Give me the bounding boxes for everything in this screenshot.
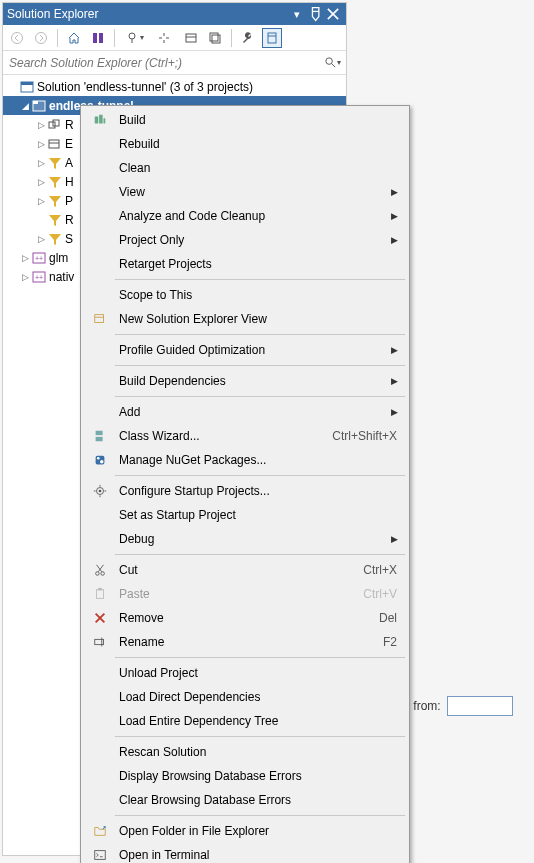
menu-cfg-startup[interactable]: Configure Startup Projects...	[83, 479, 407, 503]
cut-icon	[87, 563, 113, 577]
svg-point-4	[36, 32, 47, 43]
svg-point-7	[129, 33, 135, 39]
menu-add[interactable]: Add▶	[83, 400, 407, 424]
svg-rect-30	[104, 118, 106, 123]
project-context-menu: Build Rebuild Clean View▶ Analyze and Co…	[80, 105, 410, 863]
svg-rect-21	[53, 120, 59, 126]
svg-rect-20	[49, 122, 55, 128]
svg-rect-35	[96, 456, 105, 465]
menu-view[interactable]: View▶	[83, 180, 407, 204]
menu-new-solexp[interactable]: New Solution Explorer View	[83, 307, 407, 331]
svg-rect-34	[96, 437, 103, 441]
svg-point-37	[100, 460, 104, 464]
menu-unload[interactable]: Unload Project	[83, 661, 407, 685]
nuget-icon	[87, 453, 113, 467]
svg-text:++: ++	[35, 255, 43, 262]
menu-load-tree[interactable]: Load Entire Dependency Tree	[83, 709, 407, 733]
menu-disp-browse[interactable]: Display Browsing Database Errors	[83, 764, 407, 788]
menu-open-terminal[interactable]: Open in Terminal	[83, 843, 407, 863]
filter-icon	[47, 155, 63, 171]
gear-icon	[87, 484, 113, 498]
rename-icon	[87, 635, 113, 649]
filter-icon	[47, 174, 63, 190]
search-bar[interactable]: ▾	[3, 51, 346, 75]
svg-rect-48	[97, 590, 104, 599]
autohide-button[interactable]	[306, 5, 324, 23]
menu-open-folder[interactable]: Open Folder in File Explorer	[83, 819, 407, 843]
forward-button[interactable]	[31, 28, 51, 48]
menu-cut[interactable]: CutCtrl+X	[83, 558, 407, 582]
submenu-arrow-icon: ▶	[387, 211, 401, 221]
menu-remove[interactable]: RemoveDel	[83, 606, 407, 630]
preview-button[interactable]	[262, 28, 282, 48]
new-view-icon	[87, 312, 113, 326]
switch-views-button[interactable]	[88, 28, 108, 48]
svg-rect-17	[21, 82, 33, 85]
submenu-arrow-icon: ▶	[387, 534, 401, 544]
panel-title: Solution Explorer	[7, 7, 288, 21]
svg-rect-49	[98, 588, 102, 591]
menu-nuget[interactable]: Manage NuGet Packages...	[83, 448, 407, 472]
submenu-arrow-icon: ▶	[387, 187, 401, 197]
menu-pgo[interactable]: Profile Guided Optimization▶	[83, 338, 407, 362]
solution-node[interactable]: Solution 'endless-tunnel' (3 of 3 projec…	[3, 77, 346, 96]
menu-build[interactable]: Build	[83, 108, 407, 132]
cpp-project-icon: ++	[31, 269, 47, 285]
menu-clear-browse[interactable]: Clear Browsing Database Errors	[83, 788, 407, 812]
collapse-all-button[interactable]	[205, 28, 225, 48]
menu-retarget[interactable]: Retarget Projects	[83, 252, 407, 276]
window-position-button[interactable]: ▾	[288, 8, 306, 21]
project-icon	[31, 98, 47, 114]
submenu-arrow-icon: ▶	[387, 345, 401, 355]
menu-class-wizard[interactable]: Class Wizard...Ctrl+Shift+X	[83, 424, 407, 448]
background-input[interactable]	[447, 696, 513, 716]
search-input[interactable]	[7, 55, 322, 71]
submenu-arrow-icon: ▶	[387, 376, 401, 386]
menu-clean[interactable]: Clean	[83, 156, 407, 180]
svg-rect-10	[210, 33, 218, 41]
menu-project-only[interactable]: Project Only▶	[83, 228, 407, 252]
search-icon[interactable]: ▾	[322, 56, 342, 69]
menu-rebuild[interactable]: Rebuild	[83, 132, 407, 156]
filter-icon	[47, 231, 63, 247]
solution-label: Solution 'endless-tunnel' (3 of 3 projec…	[37, 80, 253, 94]
svg-point-45	[101, 572, 105, 576]
svg-rect-5	[93, 33, 97, 43]
pending-changes-filter[interactable]: ▾	[121, 28, 147, 48]
external-deps-icon	[47, 136, 63, 152]
svg-point-14	[325, 58, 332, 64]
build-icon	[87, 113, 113, 127]
home-button[interactable]	[64, 28, 84, 48]
svg-rect-19	[33, 101, 38, 104]
menu-rescan[interactable]: Rescan Solution	[83, 740, 407, 764]
back-button[interactable]	[7, 28, 27, 48]
close-button[interactable]	[324, 5, 342, 23]
menu-debug[interactable]: Debug▶	[83, 527, 407, 551]
toolbar: ▾	[3, 25, 346, 51]
svg-rect-22	[49, 140, 59, 148]
menu-analyze[interactable]: Analyze and Code Cleanup▶	[83, 204, 407, 228]
terminal-icon	[87, 848, 113, 862]
menu-scope[interactable]: Scope to This	[83, 283, 407, 307]
svg-line-15	[331, 63, 335, 67]
svg-rect-6	[99, 33, 103, 43]
menu-rename[interactable]: RenameF2	[83, 630, 407, 654]
class-wizard-icon	[87, 429, 113, 443]
menu-load-direct[interactable]: Load Direct Dependencies	[83, 685, 407, 709]
refresh-button[interactable]	[181, 28, 201, 48]
svg-rect-8	[186, 34, 196, 42]
menu-set-startup[interactable]: Set as Startup Project	[83, 503, 407, 527]
properties-button[interactable]	[238, 28, 258, 48]
svg-point-3	[12, 32, 23, 43]
svg-rect-29	[99, 115, 103, 124]
svg-rect-28	[95, 117, 99, 124]
menu-build-deps[interactable]: Build Dependencies▶	[83, 369, 407, 393]
submenu-arrow-icon: ▶	[387, 235, 401, 245]
folder-open-icon	[87, 824, 113, 838]
svg-point-36	[97, 457, 100, 460]
svg-rect-33	[96, 431, 103, 435]
svg-rect-31	[95, 315, 104, 323]
filter-icon	[47, 193, 63, 209]
sync-active-doc-button[interactable]	[151, 28, 177, 48]
svg-rect-54	[95, 851, 106, 860]
